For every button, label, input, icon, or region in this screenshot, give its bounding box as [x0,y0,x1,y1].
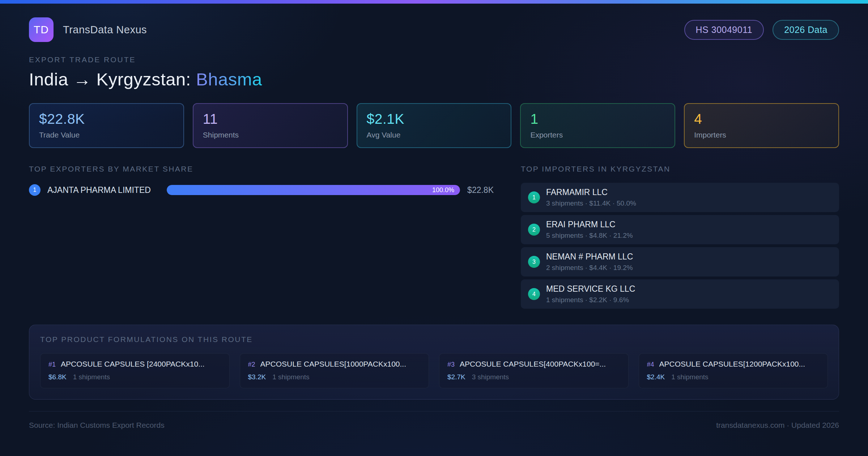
product-rank: #3 [447,361,455,368]
stat-label: Exporters [530,131,665,139]
importer-rank-badge: 3 [528,256,540,268]
stat-label: Avg Value [367,131,502,139]
route-text: India → Kyrgyzstan: [29,69,196,89]
page: TD TransData Nexus HS 30049011 2026 Data… [0,0,868,456]
page-title: India → Kyrgyzstan: Bhasma [29,69,839,89]
importer-row[interactable]: 2 ERAI PHARM LLC 5 shipments · $4.8K · 2… [521,215,839,244]
columns: TOP EXPORTERS BY MARKET SHARE 1 AJANTA P… [29,165,839,309]
exporters-heading: TOP EXPORTERS BY MARKET SHARE [29,165,494,173]
brand: TD TransData Nexus [29,17,147,42]
importer-name: ERAI PHARM LLC [546,220,633,229]
importer-details: 5 shipments · $4.8K · 21.2% [546,232,633,240]
exporters-section: TOP EXPORTERS BY MARKET SHARE 1 AJANTA P… [29,165,494,309]
logo-text: TD [34,24,49,36]
market-share-bar-track: 100.0% [167,185,460,195]
product-card[interactable]: #1 APCOSULE CAPSULES [2400PACKx10... $6.… [40,353,230,388]
stat-label: Importers [694,131,829,139]
stat-card-avg-value: $2.1K Avg Value [357,103,512,148]
exporter-rank-badge: 1 [29,184,41,196]
products-heading: TOP PRODUCT FORMULATIONS ON THIS ROUTE [40,335,828,344]
importer-info: FARMAMIR LLC 3 shipments · $11.4K · 50.0… [546,187,636,207]
header: TD TransData Nexus HS 30049011 2026 Data [29,17,839,42]
stat-value: 1 [530,111,665,127]
data-year-badge[interactable]: 2026 Data [773,20,839,40]
product-value: $2.7K [447,373,465,381]
product-shipments: 1 shipments [73,373,110,381]
importer-info: NEMAN # PHARM LLC 2 shipments · $4.4K · … [546,252,633,272]
product-value: $3.2K [248,373,266,381]
logo: TD [29,17,54,42]
exporter-value: $22.8K [467,185,494,195]
product-card[interactable]: #2 APCOSULE CAPSULES[1000PACKx100... $3.… [240,353,429,388]
product-shipments: 3 shipments [472,373,509,381]
content: TD TransData Nexus HS 30049011 2026 Data… [0,17,868,430]
importer-name: NEMAN # PHARM LLC [546,252,633,262]
product-stats-line: $6.8K 1 shipments [48,373,221,381]
product-value: $2.4K [647,373,665,381]
product-title-line: #2 APCOSULE CAPSULES[1000PACKx100... [248,360,421,368]
product-name: APCOSULE CAPSULES[1200PACKx100... [659,360,805,368]
product-title-line: #3 APCOSULE CAPSULES[400PACKx100=... [447,360,620,368]
market-share-percent: 100.0% [432,186,454,194]
footer-site: transdatanexus.com · Updated 2026 [716,421,839,430]
product-value: $6.8K [48,373,67,381]
exporter-row[interactable]: 1 AJANTA PHARMA LIMITED 100.0% $22.8K [29,184,494,196]
product-card[interactable]: #4 APCOSULE CAPSULES[1200PACKx100... $2.… [639,353,828,388]
product-name: APCOSULE CAPSULES[400PACKx100=... [460,360,606,368]
product-shipments: 1 shipments [272,373,309,381]
importer-details: 2 shipments · $4.4K · 19.2% [546,264,633,272]
product-text: Bhasma [196,69,262,89]
importer-rank-badge: 4 [528,288,540,300]
footer: Source: Indian Customs Export Records tr… [29,411,839,430]
importer-info: ERAI PHARM LLC 5 shipments · $4.8K · 21.… [546,220,633,240]
stat-card-shipments: 11 Shipments [193,103,348,148]
exporter-name: AJANTA PHARMA LIMITED [47,185,167,195]
hs-code-badge[interactable]: HS 30049011 [684,20,764,40]
importers-section: TOP IMPORTERS IN KYRGYZSTAN 1 FARMAMIR L… [521,165,839,309]
product-stats-line: $2.7K 3 shipments [447,373,620,381]
stat-value: 4 [694,111,829,127]
stat-value: 11 [203,111,338,127]
product-name: APCOSULE CAPSULES [2400PACKx10... [61,360,205,368]
stat-value: $22.8K [39,111,174,127]
product-name: APCOSULE CAPSULES[1000PACKx100... [260,360,406,368]
brand-name: TransData Nexus [63,24,147,36]
product-stats-line: $3.2K 1 shipments [248,373,421,381]
stat-card-trade-value: $22.8K Trade Value [29,103,184,148]
product-title-line: #4 APCOSULE CAPSULES[1200PACKx100... [647,360,820,368]
importer-row[interactable]: 3 NEMAN # PHARM LLC 2 shipments · $4.4K … [521,247,839,276]
eyebrow-label: EXPORT TRADE ROUTE [29,55,839,64]
importer-name: MED SERVICE KG LLC [546,284,635,294]
product-rank: #2 [248,361,255,368]
stat-cards: $22.8K Trade Value 11 Shipments $2.1K Av… [29,103,839,148]
importer-row[interactable]: 1 FARMAMIR LLC 3 shipments · $11.4K · 50… [521,183,839,212]
importers-heading: TOP IMPORTERS IN KYRGYZSTAN [521,165,839,173]
importer-row[interactable]: 4 MED SERVICE KG LLC 1 shipments · $2.2K… [521,279,839,309]
product-stats-line: $2.4K 1 shipments [647,373,820,381]
product-shipments: 1 shipments [671,373,708,381]
stat-card-importers: 4 Importers [684,103,839,148]
product-card[interactable]: #3 APCOSULE CAPSULES[400PACKx100=... $2.… [439,353,629,388]
importer-rank-badge: 2 [528,224,540,236]
footer-source: Source: Indian Customs Export Records [29,421,165,430]
header-badges: HS 30049011 2026 Data [684,20,839,40]
importer-details: 1 shipments · $2.2K · 9.6% [546,296,635,304]
top-accent-bar [0,0,868,4]
importer-list: 1 FARMAMIR LLC 3 shipments · $11.4K · 50… [521,183,839,309]
stat-value: $2.1K [367,111,502,127]
product-rank: #1 [48,361,56,368]
stat-card-exporters: 1 Exporters [520,103,675,148]
products-section: TOP PRODUCT FORMULATIONS ON THIS ROUTE #… [29,325,839,400]
importer-name: FARMAMIR LLC [546,187,636,197]
product-rank: #4 [647,361,654,368]
importer-rank-badge: 1 [528,191,540,203]
importer-info: MED SERVICE KG LLC 1 shipments · $2.2K ·… [546,284,635,304]
market-share-bar-fill: 100.0% [167,185,460,195]
product-title-line: #1 APCOSULE CAPSULES [2400PACKx10... [48,360,221,368]
stat-label: Shipments [203,131,338,139]
importer-details: 3 shipments · $11.4K · 50.0% [546,199,636,207]
stat-label: Trade Value [39,131,174,139]
product-cards: #1 APCOSULE CAPSULES [2400PACKx10... $6.… [40,353,828,388]
